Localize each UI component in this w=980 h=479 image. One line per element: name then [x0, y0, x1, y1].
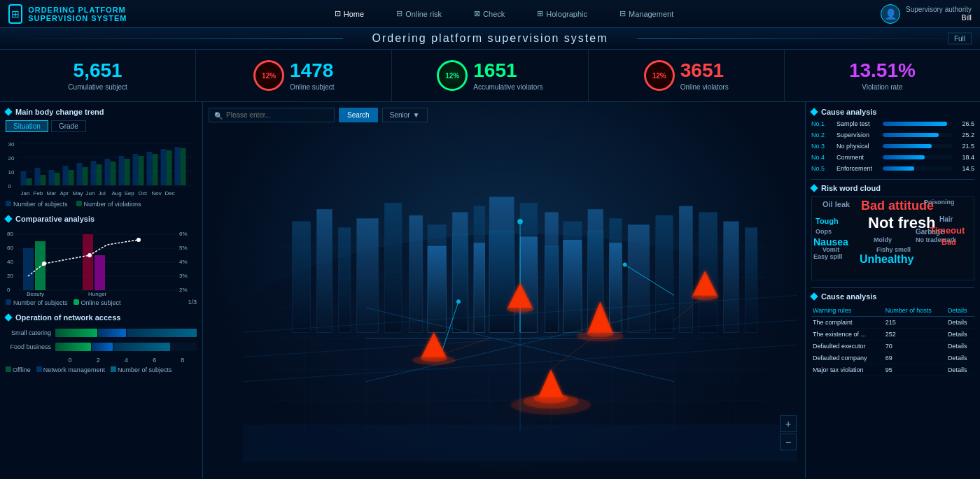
cause-item-3: No.3 No physical 21.5 — [811, 143, 974, 150]
app-title: ORDERING PLATFORM SUPERVISION SYSTEM — [28, 6, 162, 22]
word-timeout: Timeout — [930, 225, 965, 236]
svg-rect-26 — [111, 162, 116, 185]
main-body-section: Main body change trend Situation Grade 3… — [6, 108, 197, 208]
svg-text:2%: 2% — [179, 287, 188, 293]
svg-rect-107 — [489, 231, 514, 332]
stat-circle-group-2: 12% 1651 Accumulative violators — [437, 60, 542, 91]
word-bad: Bad — [941, 238, 956, 246]
word-cloud-title: Risk word cloud — [811, 184, 974, 192]
nav-holographic[interactable]: ⊞ Holographic — [531, 6, 593, 21]
stat-circle-group-3: 12% 3651 Online violators — [644, 60, 729, 91]
stat-online-violators: 12% 3651 Online violators — [589, 50, 785, 101]
network-bar-track-1 — [55, 329, 197, 337]
search-button[interactable]: Search — [339, 108, 378, 122]
map-controls: + − — [780, 415, 797, 450]
svg-rect-102 — [724, 222, 739, 332]
svg-rect-62 — [94, 255, 105, 290]
word-hair: Hair — [939, 215, 953, 223]
svg-text:May: May — [73, 190, 83, 196]
svg-rect-20 — [27, 178, 32, 185]
tab-group: Situation Grade — [6, 120, 197, 132]
search-bar: 🔍 Search Senior ▼ — [209, 108, 428, 122]
avatar: 👤 — [881, 4, 900, 24]
search-icon: 🔍 — [214, 111, 223, 119]
table-row: The existence of ... 252 Details — [811, 329, 974, 341]
senior-button[interactable]: Senior ▼ — [382, 108, 428, 122]
svg-rect-100 — [679, 206, 692, 332]
word-bad-attitude: Bad attitude — [861, 199, 934, 213]
cause-item-4: No.4 Comment 18.4 — [811, 154, 974, 161]
network-row-2: Food business — [6, 343, 197, 351]
svg-rect-13 — [91, 161, 97, 185]
main-body-chart: 30 20 10 0 — [6, 136, 197, 199]
svg-rect-21 — [41, 175, 46, 185]
comp-bottom: Number of subjects Online subject 1/3 — [6, 297, 197, 306]
stat-num-group-2: 1651 Accumulative violators — [473, 61, 542, 91]
center-panel: 🔍 Search Senior ▼ + − — [203, 102, 805, 478]
main-body-title: Main body change trend — [6, 108, 197, 116]
circle-12-3: 12% — [644, 60, 675, 91]
svg-text:Jun: Jun — [86, 190, 95, 196]
map-zoom-out[interactable]: − — [780, 434, 797, 450]
svg-point-125 — [412, 355, 456, 365]
nav-management[interactable]: ⊟ Management — [614, 6, 679, 21]
nav-home[interactable]: ⊡ Home — [329, 6, 370, 21]
search-input[interactable] — [209, 108, 335, 122]
holographic-icon: ⊞ — [537, 9, 543, 18]
separator-2 — [811, 287, 974, 288]
cause-item-5: No.5 Enforcement 14.5 — [811, 165, 974, 172]
stats-row: 5,651 Cumulative subject 12% 1478 Online… — [0, 50, 980, 102]
svg-point-122 — [456, 300, 460, 303]
cause-bar-2 — [883, 133, 953, 137]
svg-text:30: 30 — [8, 141, 15, 148]
svg-text:Sep: Sep — [125, 190, 135, 196]
user-info: Supervisory authority Bill — [906, 6, 972, 22]
nav-check[interactable]: ⊠ Check — [468, 6, 510, 21]
stat-value-online: 1478 — [290, 61, 334, 80]
svg-rect-8 — [21, 171, 27, 185]
cause-item-1: No.1 Sample test 26.5 — [811, 120, 974, 127]
table-row: Defaulted executor 70 Details — [811, 341, 974, 352]
nav-online-risk[interactable]: ⊟ Online risk — [391, 6, 447, 21]
cause-rank-4: No.4 — [811, 154, 832, 161]
svg-rect-28 — [139, 156, 144, 185]
stat-num-group-1: 1478 Online subject — [290, 61, 334, 91]
cause-bar-3 — [883, 144, 953, 148]
page-title-bar: Ordering platform supervision system Ful… — [0, 28, 980, 50]
svg-rect-14 — [105, 159, 111, 185]
word-easy-spill: Easy spill — [813, 253, 843, 260]
main-content: Main body change trend Situation Grade 3… — [0, 102, 980, 478]
svg-rect-83 — [292, 222, 310, 332]
svg-rect-9 — [35, 168, 41, 185]
comp-legend: Number of subjects Online subject — [6, 299, 121, 306]
map-zoom-in[interactable]: + — [780, 415, 797, 432]
word-moldy: Moldy — [874, 236, 892, 243]
svg-rect-86 — [357, 218, 379, 332]
stat-label-online-viol: Online violators — [680, 83, 729, 91]
full-button[interactable]: Full — [948, 33, 972, 45]
svg-rect-10 — [49, 170, 55, 185]
tab-situation[interactable]: Situation — [6, 120, 48, 132]
svg-rect-25 — [97, 164, 102, 185]
svg-text:Jan: Jan — [21, 190, 30, 196]
stat-value-rate: 13.51% — [849, 61, 916, 80]
col-num-hosts: Number of hosts — [884, 305, 946, 317]
svg-text:Nov: Nov — [152, 190, 162, 196]
tab-grade[interactable]: Grade — [51, 120, 86, 132]
svg-point-132 — [692, 293, 719, 301]
svg-rect-24 — [83, 167, 88, 185]
cause-rank-5: No.5 — [811, 165, 832, 172]
stat-online-subject: 12% 1478 Online subject — [196, 50, 392, 101]
network-chart: Small catering Food business — [6, 326, 197, 376]
svg-text:Apr: Apr — [60, 190, 69, 196]
svg-rect-88 — [410, 215, 423, 332]
svg-text:20: 20 — [7, 273, 13, 279]
cause-table-section: Cause analysis Warning rules Number of h… — [811, 292, 974, 376]
circle-12-2: 12% — [437, 60, 468, 91]
comp-page[interactable]: 1/3 — [188, 299, 197, 306]
cause-rank-2: No.2 — [811, 131, 832, 138]
svg-text:6%: 6% — [179, 231, 188, 237]
comparative-chart: 80 60 40 20 0 6% 5% 4% 3% 2% — [6, 227, 197, 297]
search-input-wrapper: 🔍 — [209, 108, 335, 122]
svg-text:4%: 4% — [179, 259, 188, 265]
